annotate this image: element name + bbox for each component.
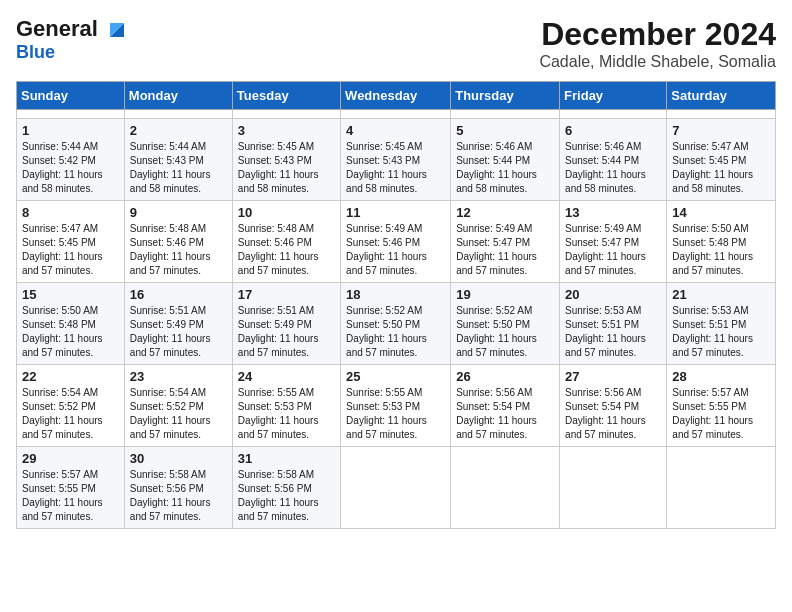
calendar-cell: 11Sunrise: 5:49 AM Sunset: 5:46 PM Dayli…: [341, 201, 451, 283]
day-header-tuesday: Tuesday: [232, 82, 340, 110]
day-number: 27: [565, 369, 661, 384]
day-info: Sunrise: 5:57 AM Sunset: 5:55 PM Dayligh…: [22, 468, 119, 524]
day-info: Sunrise: 5:47 AM Sunset: 5:45 PM Dayligh…: [672, 140, 770, 196]
day-info: Sunrise: 5:56 AM Sunset: 5:54 PM Dayligh…: [565, 386, 661, 442]
day-info: Sunrise: 5:49 AM Sunset: 5:47 PM Dayligh…: [456, 222, 554, 278]
calendar-cell: 28Sunrise: 5:57 AM Sunset: 5:55 PM Dayli…: [667, 365, 776, 447]
day-info: Sunrise: 5:45 AM Sunset: 5:43 PM Dayligh…: [238, 140, 335, 196]
calendar-cell: 24Sunrise: 5:55 AM Sunset: 5:53 PM Dayli…: [232, 365, 340, 447]
day-info: Sunrise: 5:55 AM Sunset: 5:53 PM Dayligh…: [238, 386, 335, 442]
day-info: Sunrise: 5:49 AM Sunset: 5:46 PM Dayligh…: [346, 222, 445, 278]
calendar-week-row: 8Sunrise: 5:47 AM Sunset: 5:45 PM Daylig…: [17, 201, 776, 283]
day-header-sunday: Sunday: [17, 82, 125, 110]
calendar-header-row: SundayMondayTuesdayWednesdayThursdayFrid…: [17, 82, 776, 110]
day-number: 7: [672, 123, 770, 138]
calendar-cell: 4Sunrise: 5:45 AM Sunset: 5:43 PM Daylig…: [341, 119, 451, 201]
day-info: Sunrise: 5:44 AM Sunset: 5:43 PM Dayligh…: [130, 140, 227, 196]
day-info: Sunrise: 5:53 AM Sunset: 5:51 PM Dayligh…: [565, 304, 661, 360]
calendar-cell: 30Sunrise: 5:58 AM Sunset: 5:56 PM Dayli…: [124, 447, 232, 529]
calendar-cell: 2Sunrise: 5:44 AM Sunset: 5:43 PM Daylig…: [124, 119, 232, 201]
day-number: 11: [346, 205, 445, 220]
day-info: Sunrise: 5:58 AM Sunset: 5:56 PM Dayligh…: [238, 468, 335, 524]
calendar-cell: [341, 447, 451, 529]
day-number: 26: [456, 369, 554, 384]
calendar-cell: 6Sunrise: 5:46 AM Sunset: 5:44 PM Daylig…: [560, 119, 667, 201]
calendar-cell: [560, 447, 667, 529]
day-info: Sunrise: 5:51 AM Sunset: 5:49 PM Dayligh…: [130, 304, 227, 360]
day-info: Sunrise: 5:48 AM Sunset: 5:46 PM Dayligh…: [130, 222, 227, 278]
day-number: 16: [130, 287, 227, 302]
day-info: Sunrise: 5:55 AM Sunset: 5:53 PM Dayligh…: [346, 386, 445, 442]
calendar-cell: 27Sunrise: 5:56 AM Sunset: 5:54 PM Dayli…: [560, 365, 667, 447]
day-number: 1: [22, 123, 119, 138]
calendar-cell: 7Sunrise: 5:47 AM Sunset: 5:45 PM Daylig…: [667, 119, 776, 201]
day-number: 13: [565, 205, 661, 220]
calendar-cell: 17Sunrise: 5:51 AM Sunset: 5:49 PM Dayli…: [232, 283, 340, 365]
logo: General Blue: [16, 16, 128, 63]
calendar-cell: 3Sunrise: 5:45 AM Sunset: 5:43 PM Daylig…: [232, 119, 340, 201]
day-number: 20: [565, 287, 661, 302]
calendar-week-row: 1Sunrise: 5:44 AM Sunset: 5:42 PM Daylig…: [17, 119, 776, 201]
calendar-cell: 12Sunrise: 5:49 AM Sunset: 5:47 PM Dayli…: [451, 201, 560, 283]
day-info: Sunrise: 5:44 AM Sunset: 5:42 PM Dayligh…: [22, 140, 119, 196]
calendar-cell: 16Sunrise: 5:51 AM Sunset: 5:49 PM Dayli…: [124, 283, 232, 365]
calendar-cell: [451, 110, 560, 119]
calendar-cell: 23Sunrise: 5:54 AM Sunset: 5:52 PM Dayli…: [124, 365, 232, 447]
day-number: 9: [130, 205, 227, 220]
logo-blue: Blue: [16, 42, 55, 63]
day-info: Sunrise: 5:53 AM Sunset: 5:51 PM Dayligh…: [672, 304, 770, 360]
day-info: Sunrise: 5:46 AM Sunset: 5:44 PM Dayligh…: [456, 140, 554, 196]
calendar-table: SundayMondayTuesdayWednesdayThursdayFrid…: [16, 81, 776, 529]
calendar-cell: [341, 110, 451, 119]
calendar-week-row: 22Sunrise: 5:54 AM Sunset: 5:52 PM Dayli…: [17, 365, 776, 447]
day-number: 4: [346, 123, 445, 138]
page-title: December 2024: [539, 16, 776, 53]
page-header: General Blue December 2024 Cadale, Middl…: [16, 16, 776, 71]
day-header-thursday: Thursday: [451, 82, 560, 110]
day-number: 21: [672, 287, 770, 302]
day-number: 31: [238, 451, 335, 466]
calendar-cell: 10Sunrise: 5:48 AM Sunset: 5:46 PM Dayli…: [232, 201, 340, 283]
day-number: 8: [22, 205, 119, 220]
day-number: 25: [346, 369, 445, 384]
logo-icon: [100, 13, 128, 41]
day-number: 28: [672, 369, 770, 384]
day-header-monday: Monday: [124, 82, 232, 110]
calendar-cell: 18Sunrise: 5:52 AM Sunset: 5:50 PM Dayli…: [341, 283, 451, 365]
day-info: Sunrise: 5:58 AM Sunset: 5:56 PM Dayligh…: [130, 468, 227, 524]
calendar-cell: 21Sunrise: 5:53 AM Sunset: 5:51 PM Dayli…: [667, 283, 776, 365]
day-info: Sunrise: 5:46 AM Sunset: 5:44 PM Dayligh…: [565, 140, 661, 196]
day-number: 5: [456, 123, 554, 138]
day-number: 15: [22, 287, 119, 302]
day-number: 24: [238, 369, 335, 384]
page-subtitle: Cadale, Middle Shabele, Somalia: [539, 53, 776, 71]
day-number: 30: [130, 451, 227, 466]
day-info: Sunrise: 5:49 AM Sunset: 5:47 PM Dayligh…: [565, 222, 661, 278]
day-info: Sunrise: 5:47 AM Sunset: 5:45 PM Dayligh…: [22, 222, 119, 278]
calendar-cell: [232, 110, 340, 119]
day-number: 10: [238, 205, 335, 220]
day-info: Sunrise: 5:57 AM Sunset: 5:55 PM Dayligh…: [672, 386, 770, 442]
day-number: 6: [565, 123, 661, 138]
calendar-cell: 5Sunrise: 5:46 AM Sunset: 5:44 PM Daylig…: [451, 119, 560, 201]
calendar-cell: [667, 447, 776, 529]
day-info: Sunrise: 5:52 AM Sunset: 5:50 PM Dayligh…: [346, 304, 445, 360]
day-number: 22: [22, 369, 119, 384]
day-header-wednesday: Wednesday: [341, 82, 451, 110]
day-info: Sunrise: 5:51 AM Sunset: 5:49 PM Dayligh…: [238, 304, 335, 360]
day-number: 17: [238, 287, 335, 302]
calendar-week-row: 29Sunrise: 5:57 AM Sunset: 5:55 PM Dayli…: [17, 447, 776, 529]
calendar-cell: 1Sunrise: 5:44 AM Sunset: 5:42 PM Daylig…: [17, 119, 125, 201]
day-info: Sunrise: 5:50 AM Sunset: 5:48 PM Dayligh…: [672, 222, 770, 278]
calendar-cell: 14Sunrise: 5:50 AM Sunset: 5:48 PM Dayli…: [667, 201, 776, 283]
day-info: Sunrise: 5:54 AM Sunset: 5:52 PM Dayligh…: [130, 386, 227, 442]
day-info: Sunrise: 5:50 AM Sunset: 5:48 PM Dayligh…: [22, 304, 119, 360]
day-info: Sunrise: 5:48 AM Sunset: 5:46 PM Dayligh…: [238, 222, 335, 278]
calendar-cell: [667, 110, 776, 119]
title-block: December 2024 Cadale, Middle Shabele, So…: [539, 16, 776, 71]
logo-general: General: [16, 16, 98, 42]
calendar-cell: 8Sunrise: 5:47 AM Sunset: 5:45 PM Daylig…: [17, 201, 125, 283]
calendar-cell: [451, 447, 560, 529]
calendar-cell: 9Sunrise: 5:48 AM Sunset: 5:46 PM Daylig…: [124, 201, 232, 283]
day-info: Sunrise: 5:54 AM Sunset: 5:52 PM Dayligh…: [22, 386, 119, 442]
